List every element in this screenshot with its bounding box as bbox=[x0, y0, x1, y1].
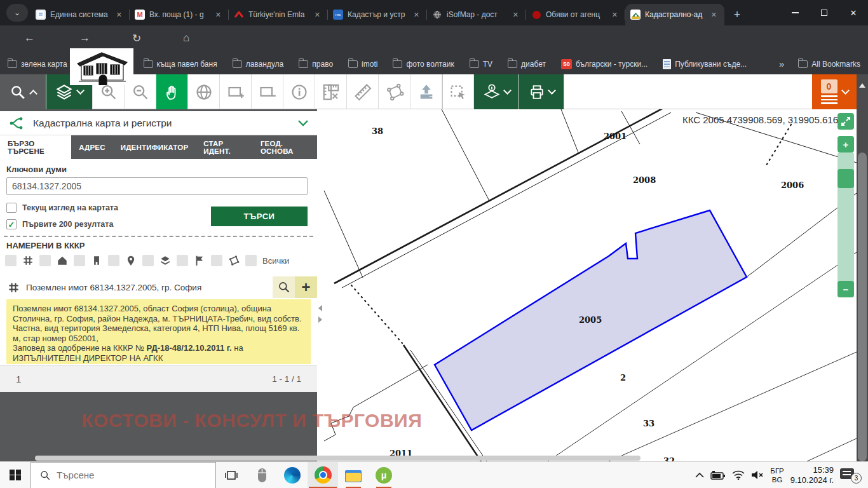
select-by-rectangle-button[interactable] bbox=[442, 74, 474, 109]
mouse-utility-button[interactable] bbox=[247, 462, 277, 488]
map-viewport[interactable]: 38 2001 2008 2006 2005 2 33 2011 32 ККС … bbox=[317, 109, 857, 461]
pan-hand-button[interactable] bbox=[156, 74, 188, 109]
zoom-slider-handle[interactable] bbox=[837, 169, 854, 188]
search-panel-button[interactable] bbox=[0, 74, 46, 109]
filter-checkbox[interactable] bbox=[245, 255, 257, 266]
checkbox-unchecked[interactable] bbox=[6, 203, 17, 213]
sidebar-header[interactable]: Кадастрална карта и регистри bbox=[0, 111, 317, 135]
bookmark-item[interactable]: фото волтаик bbox=[393, 60, 454, 69]
add-result-icon[interactable]: + bbox=[295, 276, 317, 298]
bookmark-item[interactable]: Публикувани съде... bbox=[663, 59, 747, 69]
bookmark-item[interactable]: зелена карта bbox=[8, 60, 67, 69]
volume-muted-icon[interactable] bbox=[751, 470, 764, 480]
window-close-button[interactable]: ✕ bbox=[839, 0, 868, 25]
tab-close-icon[interactable]: ✕ bbox=[213, 10, 224, 20]
wifi-icon[interactable] bbox=[732, 470, 745, 480]
zoom-out-button[interactable]: − bbox=[837, 281, 854, 297]
info-tool-button[interactable] bbox=[283, 74, 315, 109]
bookmark-item[interactable]: imoti bbox=[348, 60, 377, 69]
chrome-browser-button[interactable] bbox=[308, 462, 338, 488]
bookmark-item[interactable]: TV bbox=[470, 60, 492, 69]
tab-identifier[interactable]: ИДЕНТИФИКАТОР bbox=[113, 135, 196, 159]
selection-results-button[interactable]: 0 bbox=[812, 74, 857, 109]
task-view-button[interactable] bbox=[216, 462, 247, 488]
tab-close-icon[interactable]: ✕ bbox=[709, 10, 719, 20]
tray-expand-chevron-icon[interactable] bbox=[695, 472, 704, 478]
notification-center-button[interactable]: 3 bbox=[840, 467, 862, 484]
checkbox-checked[interactable]: ✓ bbox=[6, 219, 17, 229]
tab-close-icon[interactable]: ✕ bbox=[411, 10, 422, 20]
filter-checkbox[interactable] bbox=[177, 255, 188, 266]
taskbar-search-input[interactable] bbox=[57, 470, 196, 480]
page-number[interactable]: 1 bbox=[16, 374, 21, 384]
forward-icon[interactable]: → bbox=[79, 32, 90, 44]
window-minimize-button[interactable] bbox=[780, 0, 810, 25]
zoom-in-button[interactable]: + bbox=[837, 136, 854, 152]
tab-kadastar-ustr[interactable]: гис Кадастър и устр ✕ bbox=[328, 4, 427, 25]
bookmark-item[interactable]: къща павел баня bbox=[144, 60, 217, 69]
draw-polygon-button[interactable] bbox=[379, 74, 410, 109]
first-200-checkbox-row[interactable]: ✓ Първите 200 резултата bbox=[6, 219, 113, 229]
measure-distance-button[interactable] bbox=[347, 74, 379, 109]
tab-edinna-sistema[interactable]: Единна система ✕ bbox=[31, 4, 130, 25]
vertical-scrollbar-thumb[interactable] bbox=[858, 152, 867, 461]
tab-address[interactable]: АДРЕС bbox=[71, 135, 113, 159]
edge-browser-button[interactable] bbox=[277, 462, 308, 488]
scroll-up-arrow-icon[interactable] bbox=[859, 83, 865, 88]
tab-turkiye-emlak[interactable]: Türkiye'nin Emla ✕ bbox=[229, 4, 328, 25]
new-tab-button[interactable]: + bbox=[728, 6, 746, 24]
tab-isofmap[interactable]: iSofMap - дост ✕ bbox=[427, 4, 526, 25]
bookmarks-overflow-icon[interactable]: » bbox=[779, 58, 784, 69]
tab-geod-basis[interactable]: ГЕОД. ОСНОВА bbox=[253, 135, 317, 159]
filter-checkbox[interactable] bbox=[39, 255, 51, 266]
fullscreen-expand-button[interactable] bbox=[837, 113, 854, 130]
filter-checkbox[interactable] bbox=[211, 255, 222, 266]
tab-close-icon[interactable]: ✕ bbox=[510, 10, 521, 20]
current-view-checkbox-row[interactable]: Текущ изглед на картата bbox=[6, 203, 118, 213]
all-bookmarks-button[interactable]: All Bookmarks bbox=[798, 60, 860, 69]
taskbar-search-box[interactable] bbox=[31, 462, 216, 488]
back-icon[interactable]: ← bbox=[24, 32, 35, 44]
tab-kadastralno-active[interactable]: Кадастрално-ад ✕ bbox=[625, 4, 724, 25]
filter-checkbox[interactable] bbox=[142, 255, 154, 266]
tab-quick-search[interactable]: БЪРЗО ТЪРСЕНЕ bbox=[0, 135, 71, 159]
tab-old-ident[interactable]: СТАР ИДЕНТ. bbox=[196, 135, 253, 159]
bookmark-item[interactable]: 50български - турски... bbox=[561, 59, 648, 69]
start-button[interactable] bbox=[0, 462, 31, 488]
tab-close-icon[interactable]: ✕ bbox=[609, 10, 620, 20]
result-row[interactable]: Поземлен имот 68134.1327.2005, гр. София… bbox=[0, 276, 317, 298]
upload-button[interactable] bbox=[410, 74, 442, 109]
filter-checkbox[interactable] bbox=[5, 255, 17, 266]
bookmark-item[interactable]: диабет bbox=[508, 60, 546, 69]
chevron-down-icon[interactable] bbox=[298, 120, 308, 126]
home-icon[interactable]: ⌂ bbox=[183, 32, 189, 44]
keywords-input[interactable] bbox=[6, 177, 308, 195]
tab-close-icon[interactable]: ✕ bbox=[312, 10, 323, 20]
reload-icon[interactable]: ↻ bbox=[132, 32, 141, 45]
search-button[interactable]: ТЪРСИ bbox=[211, 207, 308, 226]
filter-checkbox[interactable] bbox=[108, 255, 119, 266]
utorrent-button[interactable]: µ bbox=[369, 462, 399, 488]
print-dropdown-button[interactable] bbox=[519, 74, 564, 109]
tab-search-chevron-icon[interactable]: ⌄ bbox=[6, 4, 28, 22]
zoom-rectangle-out-button[interactable] bbox=[252, 74, 283, 109]
globe-full-extent-button[interactable] bbox=[188, 74, 220, 109]
zoom-to-result-icon[interactable] bbox=[273, 276, 295, 298]
tab-close-icon[interactable]: ✕ bbox=[114, 10, 125, 20]
file-explorer-button[interactable] bbox=[338, 462, 369, 488]
horizontal-scrollbar-thumb[interactable] bbox=[35, 456, 641, 461]
sidebar-collapse-handle[interactable] bbox=[317, 300, 323, 328]
clock-datetime[interactable]: 15:399.10.2024 г. bbox=[790, 465, 834, 485]
vertical-scrollbar[interactable] bbox=[857, 74, 868, 461]
language-indicator[interactable]: БГРBG bbox=[770, 466, 783, 484]
filter-checkbox[interactable] bbox=[74, 255, 85, 266]
tab-obiavi-agencii[interactable]: Обяви от агенц ✕ bbox=[526, 4, 625, 25]
bookmark-item[interactable]: лавандула bbox=[233, 60, 284, 69]
zoom-rectangle-in-button[interactable] bbox=[220, 74, 252, 109]
tab-gmail[interactable]: M Вх. поща (1) - g ✕ bbox=[130, 4, 229, 25]
measure-area-button[interactable] bbox=[315, 74, 347, 109]
window-maximize-button[interactable] bbox=[810, 0, 839, 25]
battery-icon[interactable] bbox=[710, 471, 726, 480]
layer-info-dropdown-button[interactable] bbox=[474, 74, 519, 109]
bookmark-item[interactable]: право bbox=[299, 60, 333, 69]
